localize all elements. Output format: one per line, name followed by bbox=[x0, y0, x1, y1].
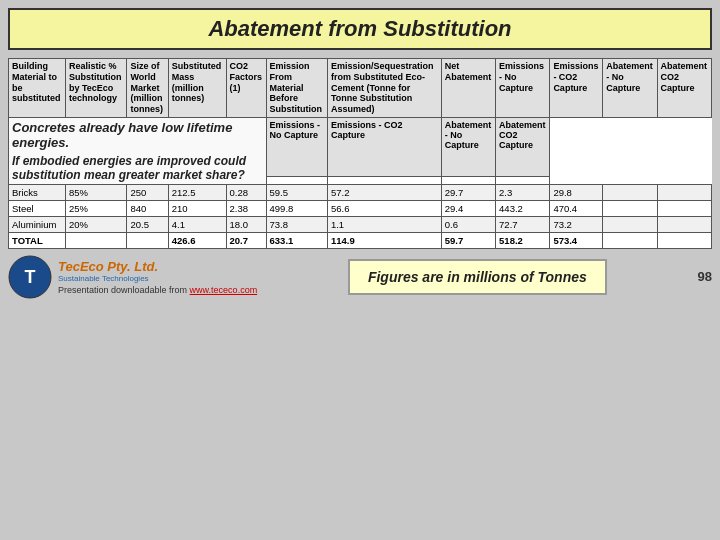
cell-abatement-no-total bbox=[603, 232, 657, 248]
cell-net-abatement: 29.7 bbox=[441, 184, 495, 200]
cell-net-abatement: 29.4 bbox=[441, 200, 495, 216]
col-header-emission-before: Emission From Material Before Substituti… bbox=[266, 59, 327, 118]
page-number: 98 bbox=[698, 269, 712, 284]
cell-co2: 0.28 bbox=[226, 184, 266, 200]
cell-emission-subst: 1.1 bbox=[327, 216, 441, 232]
table-row: Steel 25% 840 210 2.38 499.8 56.6 29.4 4… bbox=[9, 200, 712, 216]
cell-abatement-co2-capture bbox=[657, 216, 711, 232]
cell-emission-subst-total: 114.9 bbox=[327, 232, 441, 248]
col-header-em-no-capture: Emissions - No Capture bbox=[496, 59, 550, 118]
logo-text-area: TecEco Pty. Ltd. Sustainable Technologie… bbox=[58, 259, 257, 295]
cell-world-market: 250 bbox=[127, 184, 168, 200]
cell-world-market: 20.5 bbox=[127, 216, 168, 232]
cell-subst-mass: 212.5 bbox=[168, 184, 226, 200]
col-header-material: Building Material to be substituted bbox=[9, 59, 66, 118]
figures-note-text: Figures are in millions of Tonnes bbox=[368, 269, 587, 285]
em-co2-placeholder bbox=[327, 176, 441, 184]
abatement-co2-placeholder bbox=[496, 176, 550, 184]
cell-co2: 18.0 bbox=[226, 216, 266, 232]
cell-abatement-co2-total bbox=[657, 232, 711, 248]
svg-text:T: T bbox=[25, 267, 36, 287]
col-header-net-abatement: Net Abatement bbox=[441, 59, 495, 118]
cell-co2-total: 20.7 bbox=[226, 232, 266, 248]
em-no-capture-sub: Emissions - No Capture bbox=[266, 117, 327, 176]
cell-abatement-no-capture bbox=[603, 200, 657, 216]
abatement-no-capture-sub: Abatement - No Capture bbox=[441, 117, 495, 176]
cell-emission-before: 59.5 bbox=[266, 184, 327, 200]
cell-material-total: TOTAL bbox=[9, 232, 66, 248]
cell-realistic: 20% bbox=[65, 216, 127, 232]
cell-material: Steel bbox=[9, 200, 66, 216]
cell-realistic: 25% bbox=[65, 200, 127, 216]
figures-note-box: Figures are in millions of Tonnes bbox=[348, 259, 607, 295]
cell-realistic-total bbox=[65, 232, 127, 248]
logo-circle: T bbox=[8, 255, 52, 299]
cell-world-market: 840 bbox=[127, 200, 168, 216]
cell-subst-mass: 210 bbox=[168, 200, 226, 216]
presentation-link[interactable]: www.tececo.com bbox=[190, 285, 258, 295]
cell-abatement-no-capture bbox=[603, 216, 657, 232]
cell-material: Aluminium bbox=[9, 216, 66, 232]
cell-em-co2-capture: 73.2 bbox=[550, 216, 603, 232]
cell-co2: 2.38 bbox=[226, 200, 266, 216]
cell-net-abatement: 0.6 bbox=[441, 216, 495, 232]
cell-abatement-co2-capture bbox=[657, 184, 711, 200]
cell-world-market-total bbox=[127, 232, 168, 248]
table-row: Aluminium 20% 20.5 4.1 18.0 73.8 1.1 0.6… bbox=[9, 216, 712, 232]
cell-subst-mass-total: 426.6 bbox=[168, 232, 226, 248]
col-header-co2: CO2 Factors (1) bbox=[226, 59, 266, 118]
page-title: Abatement from Substitution bbox=[8, 8, 712, 50]
table-row-total: TOTAL 426.6 20.7 633.1 114.9 59.7 518.2 … bbox=[9, 232, 712, 248]
cell-emission-before-total: 633.1 bbox=[266, 232, 327, 248]
cell-em-no-capture: 443.2 bbox=[496, 200, 550, 216]
cell-em-no-capture: 72.7 bbox=[496, 216, 550, 232]
col-header-em-co2-capture: Emissions - CO2 Capture bbox=[550, 59, 603, 118]
note-line2: If embodied energies are improved could … bbox=[12, 154, 263, 182]
cell-abatement-no-capture bbox=[603, 184, 657, 200]
presentation-label: Presentation downloadable from bbox=[58, 285, 187, 295]
logo-tececo-text: TecEco Pty. Ltd. bbox=[58, 259, 257, 274]
cell-emission-before: 73.8 bbox=[266, 216, 327, 232]
cell-material: Bricks bbox=[9, 184, 66, 200]
cell-subst-mass: 4.1 bbox=[168, 216, 226, 232]
col-header-world-market: Size of World Market (million tonnes) bbox=[127, 59, 168, 118]
page: Abatement from Substitution Building Mat… bbox=[0, 0, 720, 540]
col-header-realistic: Realistic % Substitution by TecEco techn… bbox=[65, 59, 127, 118]
col-header-emission-subst: Emission/Sequestration from Substituted … bbox=[327, 59, 441, 118]
main-table: Building Material to be substituted Real… bbox=[8, 58, 712, 249]
cell-em-co2-capture: 29.8 bbox=[550, 184, 603, 200]
cell-em-co2-total: 573.4 bbox=[550, 232, 603, 248]
footer: T TecEco Pty. Ltd. Sustainable Technolog… bbox=[8, 255, 712, 299]
cell-em-no-capture: 2.3 bbox=[496, 184, 550, 200]
em-co2-capture-sub: Emissions - CO2 Capture bbox=[327, 117, 441, 176]
note-cell: Concretes already have low lifetime ener… bbox=[9, 117, 267, 184]
col-header-abatement-no-capture: Abatement - No Capture bbox=[603, 59, 657, 118]
abatement-no-placeholder bbox=[441, 176, 495, 184]
cell-net-abatement-total: 59.7 bbox=[441, 232, 495, 248]
col-header-abatement-co2-capture: Abatement CO2 Capture bbox=[657, 59, 711, 118]
cell-abatement-co2-capture bbox=[657, 200, 711, 216]
cell-emission-subst: 57.2 bbox=[327, 184, 441, 200]
table-row: Bricks 85% 250 212.5 0.28 59.5 57.2 29.7… bbox=[9, 184, 712, 200]
cell-em-no-capture-total: 518.2 bbox=[496, 232, 550, 248]
logo-svg: T bbox=[8, 255, 52, 299]
abatement-co2-capture-sub: Abatement CO2 Capture bbox=[496, 117, 550, 176]
cell-emission-before: 499.8 bbox=[266, 200, 327, 216]
logo-subtitle: Sustainable Technologies bbox=[58, 274, 257, 283]
cell-realistic: 85% bbox=[65, 184, 127, 200]
logo-area: T TecEco Pty. Ltd. Sustainable Technolog… bbox=[8, 255, 257, 299]
note-line1: Concretes already have low lifetime ener… bbox=[12, 120, 263, 150]
presentation-text: Presentation downloadable from www.tecec… bbox=[58, 285, 257, 295]
col-header-subst-mass: Substituted Mass (million tonnes) bbox=[168, 59, 226, 118]
cell-emission-subst: 56.6 bbox=[327, 200, 441, 216]
em-no-capture-placeholder bbox=[266, 176, 327, 184]
cell-em-co2-capture: 470.4 bbox=[550, 200, 603, 216]
